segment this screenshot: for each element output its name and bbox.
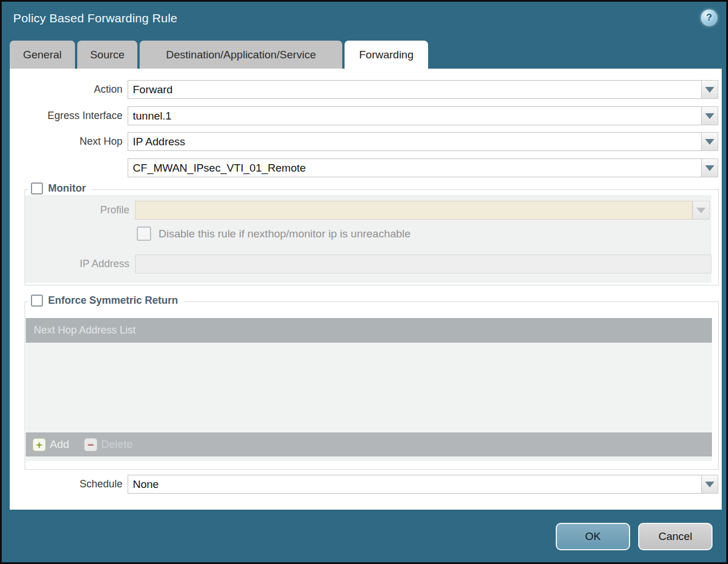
monitor-ip-address-label: IP Address (25, 255, 129, 273)
monitor-fieldset: Monitor Profile Disable this rule if nex… (25, 189, 719, 285)
table-bottom-strip (26, 456, 712, 461)
delete-button-label: Delete (101, 438, 133, 451)
enforce-symmetric-return-legend: Enforce Symmetric Return (29, 295, 184, 307)
chevron-down-icon (697, 208, 706, 213)
enforce-symmetric-return-checkbox[interactable] (31, 295, 43, 307)
disable-rule-checkbox (137, 227, 151, 241)
profile-field (135, 201, 693, 220)
next-hop-type-dropdown-button[interactable] (701, 132, 718, 151)
enforce-symmetric-return-legend-label: Enforce Symmetric Return (48, 295, 178, 307)
plus-icon: + (33, 438, 46, 451)
next-hop-address-field[interactable]: CF_MWAN_IPsec_VTI_01_Remote (128, 158, 702, 177)
tab-forwarding[interactable]: Forwarding (345, 41, 428, 69)
enforce-symmetric-return-fieldset: Enforce Symmetric Return Next Hop Addres… (25, 301, 719, 470)
disable-rule-row: Disable this rule if nexthop/monitor ip … (137, 227, 410, 241)
profile-label: Profile (25, 201, 129, 220)
help-icon[interactable]: ? (701, 10, 717, 26)
monitor-body: Profile Disable this rule if nexthop/mon… (25, 195, 711, 283)
chevron-down-icon (705, 482, 714, 487)
next-hop-label: Next Hop (10, 132, 122, 151)
next-hop-address-list-body[interactable] (26, 343, 712, 432)
schedule-field[interactable]: None (128, 475, 702, 494)
add-button[interactable]: + Add (33, 438, 69, 451)
schedule-label: Schedule (10, 475, 122, 494)
chevron-down-icon (705, 165, 714, 171)
action-label: Action (10, 80, 122, 99)
forwarding-tab-panel: Action Forward Egress Interface tunnel.1… (10, 69, 722, 510)
monitor-ip-address-field (135, 255, 711, 273)
next-hop-address-list-header: Next Hop Address List (26, 318, 712, 343)
cancel-button[interactable]: Cancel (638, 523, 713, 550)
ok-button[interactable]: OK (556, 523, 630, 550)
minus-icon: − (84, 438, 97, 451)
profile-dropdown-button (693, 201, 710, 220)
chevron-down-icon (705, 139, 714, 145)
next-hop-address-list-toolbar: + Add − Delete (26, 432, 712, 456)
delete-button: − Delete (84, 438, 133, 451)
chevron-down-icon (705, 113, 714, 119)
next-hop-address-dropdown-button[interactable] (701, 158, 718, 177)
monitor-checkbox[interactable] (31, 182, 43, 194)
next-hop-address-list-table: Next Hop Address List + Add − Delete (26, 318, 712, 461)
next-hop-type-field[interactable]: IP Address (128, 132, 702, 151)
egress-interface-label: Egress Interface (10, 106, 122, 125)
egress-interface-field[interactable]: tunnel.1 (128, 106, 702, 125)
egress-interface-dropdown-button[interactable] (701, 106, 718, 125)
monitor-legend: Monitor (29, 182, 92, 194)
disable-rule-label: Disable this rule if nexthop/monitor ip … (159, 228, 410, 240)
tab-bar: General Source Destination/Application/S… (10, 41, 428, 69)
monitor-legend-label: Monitor (48, 182, 86, 194)
add-button-label: Add (50, 438, 69, 451)
schedule-dropdown-button[interactable] (701, 475, 718, 494)
policy-based-forwarding-dialog: { "dialog": { "title": "Policy Based For… (0, 0, 728, 564)
action-field[interactable]: Forward (128, 80, 702, 99)
action-dropdown-button[interactable] (701, 80, 718, 99)
chevron-down-icon (705, 87, 714, 93)
tab-general[interactable]: General (10, 41, 75, 69)
dialog-title: Policy Based Forwarding Rule (13, 11, 177, 25)
tab-destination-application-service[interactable]: Destination/Application/Service (140, 41, 342, 69)
tab-source[interactable]: Source (77, 41, 137, 69)
